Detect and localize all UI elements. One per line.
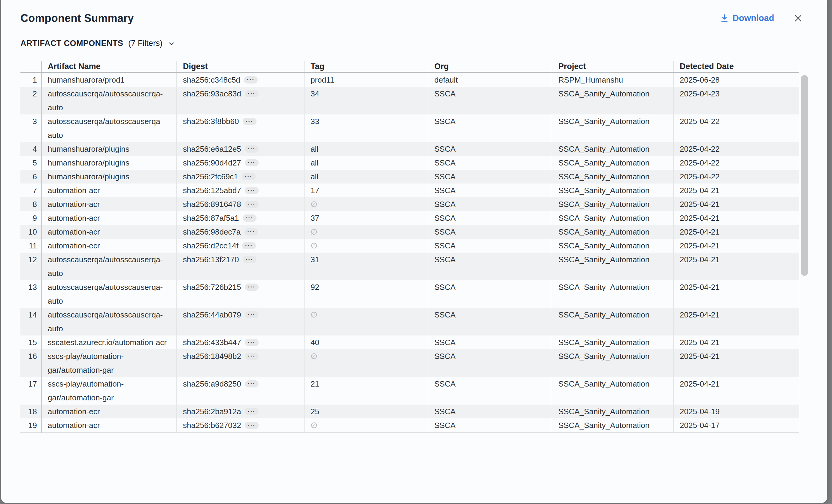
row-number-cell: 9 <box>20 211 42 225</box>
digest-value: sha256:e6a12e5 <box>183 144 241 154</box>
date-cell: 2025-04-22 <box>673 170 799 184</box>
table-row: 14autosscauserqa/autosscauserqa-autosha2… <box>20 308 799 336</box>
digest-cell: sha256:87af5a1··· <box>177 211 304 225</box>
artifact-name-cell: autosscauserqa/autosscauserqa-auto <box>42 87 177 114</box>
digest-cell: sha256:8916478··· <box>177 197 304 211</box>
digest-expand-button[interactable]: ··· <box>245 90 259 97</box>
tag-cell: 37 <box>304 211 428 225</box>
date-cell: 2025-04-22 <box>673 156 799 170</box>
column-header-detected-date: Detected Date <box>673 61 799 72</box>
tag-cell: ∅ <box>304 418 428 432</box>
table-row: 16sscs-play/automation-gar/automation-ga… <box>20 349 799 377</box>
date-cell: 2025-04-21 <box>673 239 799 253</box>
digest-expand-button[interactable]: ··· <box>245 284 259 291</box>
table-header-row: Artifact Name Digest Tag Org Project Det… <box>20 61 799 72</box>
digest-expand-button[interactable]: ··· <box>245 311 259 318</box>
project-cell: SSCA_Sanity_Automation <box>552 184 673 197</box>
artifact-name-cell: sscs-play/automation-gar/automation-gar <box>42 377 177 404</box>
artifact-name-cell: sscatest.azurecr.io/automation-acr <box>42 336 177 349</box>
digest-expand-button[interactable]: ··· <box>243 118 257 125</box>
row-number-cell: 17 <box>20 377 42 404</box>
column-header-digest: Digest <box>177 61 304 72</box>
digest-value: sha256:726b215 <box>183 283 241 292</box>
row-number-cell: 14 <box>20 308 42 336</box>
column-header-tag: Tag <box>304 61 428 72</box>
project-cell: SSCA_Sanity_Automation <box>552 308 673 336</box>
digest-expand-button[interactable]: ··· <box>242 242 256 249</box>
row-number-cell: 19 <box>20 418 42 432</box>
project-cell: SSCA_Sanity_Automation <box>552 239 673 253</box>
download-icon <box>720 14 729 22</box>
digest-expand-button[interactable]: ··· <box>245 339 259 346</box>
digest-expand-button[interactable]: ··· <box>243 256 257 263</box>
date-cell: 2025-04-21 <box>673 225 799 239</box>
org-cell: SSCA <box>428 308 552 336</box>
digest-expand-button[interactable]: ··· <box>245 408 259 415</box>
artifact-name-cell: autosscauserqa/autosscauserqa-auto <box>42 308 177 336</box>
digest-cell: sha256:90d4d27··· <box>177 156 304 170</box>
digest-expand-button[interactable]: ··· <box>245 201 259 208</box>
digest-value: sha256:2fc69c1 <box>183 172 238 181</box>
digest-expand-button[interactable]: ··· <box>245 159 259 166</box>
tag-cell: all <box>304 142 428 156</box>
tag-cell: ∅ <box>304 349 428 377</box>
artifact-components-header[interactable]: ARTIFACT COMPONENTS (7 Filters) <box>20 38 175 49</box>
chevron-down-icon[interactable] <box>167 40 175 48</box>
tag-cell: 92 <box>304 280 428 308</box>
date-cell: 2025-04-22 <box>673 142 799 156</box>
digest-expand-button[interactable]: ··· <box>245 145 259 153</box>
table-body: 1humanshuarora/prod1sha256:c348c5d···pro… <box>20 72 799 432</box>
org-cell: SSCA <box>428 170 552 184</box>
empty-tag-symbol: ∅ <box>311 228 317 236</box>
artifact-name-cell: autosscauserqa/autosscauserqa-auto <box>42 280 177 308</box>
row-number-cell: 10 <box>20 225 42 239</box>
filters-count-label: (7 Filters) <box>128 39 162 48</box>
tag-cell: all <box>304 156 428 170</box>
digest-cell: sha256:a9d8250··· <box>177 377 304 404</box>
digest-expand-button[interactable]: ··· <box>242 173 256 180</box>
table-row: 3autosscauserqa/autosscauserqa-autosha25… <box>20 114 799 142</box>
row-number-cell: 4 <box>20 142 42 156</box>
digest-cell: sha256:726b215··· <box>177 280 304 308</box>
digest-expand-button[interactable]: ··· <box>245 422 259 429</box>
tag-cell: 31 <box>304 253 428 280</box>
artifact-name-cell: automation-acr <box>42 197 177 211</box>
row-number-cell: 18 <box>20 404 42 418</box>
org-cell: SSCA <box>428 184 552 197</box>
download-button[interactable]: Download <box>720 12 774 24</box>
org-cell: SSCA <box>428 253 552 280</box>
project-cell: SSCA_Sanity_Automation <box>552 114 673 142</box>
date-cell: 2025-04-21 <box>673 377 799 404</box>
column-header-artifact-name: Artifact Name <box>42 61 177 72</box>
vertical-scrollbar[interactable] <box>801 66 808 424</box>
empty-tag-symbol: ∅ <box>311 241 317 250</box>
column-header-org: Org <box>428 61 552 72</box>
digest-expand-button[interactable]: ··· <box>245 187 259 194</box>
digest-expand-button[interactable]: ··· <box>243 214 257 222</box>
scrollbar-thumb[interactable] <box>801 75 808 276</box>
digest-expand-button[interactable]: ··· <box>244 76 258 83</box>
digest-cell: sha256:44ab079··· <box>177 308 304 336</box>
digest-expand-button[interactable]: ··· <box>245 380 259 388</box>
column-header-project: Project <box>552 61 673 72</box>
row-number-cell: 6 <box>20 170 42 184</box>
org-cell: SSCA <box>428 418 552 432</box>
tag-cell: all <box>304 170 428 184</box>
digest-value: sha256:87af5a1 <box>183 214 239 222</box>
digest-expand-button[interactable]: ··· <box>245 353 259 360</box>
digest-cell: sha256:2fc69c1··· <box>177 170 304 184</box>
org-cell: SSCA <box>428 404 552 418</box>
org-cell: SSCA <box>428 114 552 142</box>
date-cell: 2025-04-22 <box>673 114 799 142</box>
digest-cell: sha256:98dec7a··· <box>177 225 304 239</box>
close-button[interactable] <box>793 14 803 23</box>
tag-cell: 33 <box>304 114 428 142</box>
digest-expand-button[interactable]: ··· <box>244 228 258 236</box>
table-row: 17sscs-play/automation-gar/automation-ga… <box>20 377 799 404</box>
table-row: 2autosscauserqa/autosscauserqa-autosha25… <box>20 87 799 114</box>
date-cell: 2025-04-21 <box>673 184 799 197</box>
row-number-cell: 2 <box>20 87 42 114</box>
row-number-cell: 16 <box>20 349 42 377</box>
digest-cell: sha256:3f8bb60··· <box>177 114 304 142</box>
date-cell: 2025-04-21 <box>673 308 799 336</box>
